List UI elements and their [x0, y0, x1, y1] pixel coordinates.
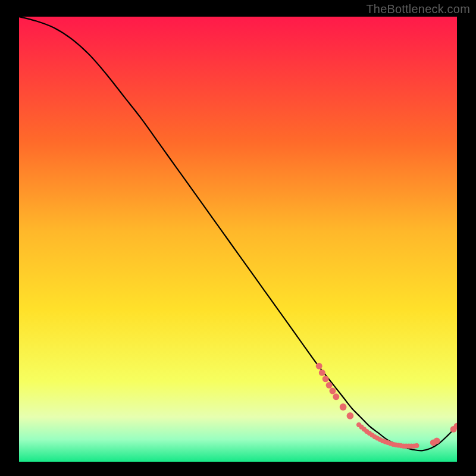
data-point	[414, 443, 419, 448]
data-point	[347, 412, 354, 419]
watermark-text: TheBottleneck.com	[366, 2, 470, 16]
plot-area	[19, 17, 457, 462]
chart-frame: TheBottleneck.com	[0, 0, 476, 476]
chart-svg	[19, 17, 457, 462]
data-point	[330, 388, 336, 394]
data-point	[333, 393, 339, 400]
data-point	[319, 369, 325, 376]
data-point	[434, 437, 440, 444]
data-point	[316, 363, 322, 369]
data-point	[326, 382, 333, 389]
data-point	[322, 375, 329, 382]
gradient-background	[19, 17, 457, 462]
data-point	[340, 403, 347, 411]
